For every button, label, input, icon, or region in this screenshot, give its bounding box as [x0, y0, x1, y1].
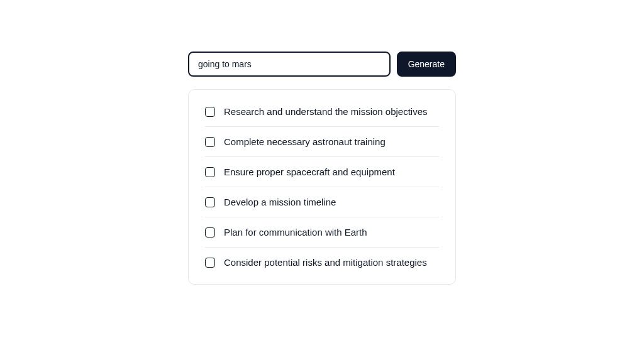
todo-item: Develop a mission timeline [205, 187, 439, 217]
todo-checkbox[interactable] [205, 258, 215, 268]
todo-item: Consider potential risks and mitigation … [205, 248, 439, 269]
todo-item: Research and understand the mission obje… [205, 105, 439, 127]
todo-checkbox[interactable] [205, 107, 215, 117]
todo-item: Plan for communication with Earth [205, 217, 439, 248]
todo-label: Research and understand the mission obje… [224, 105, 428, 118]
todo-label: Develop a mission timeline [224, 195, 336, 209]
prompt-input[interactable] [188, 52, 391, 77]
todo-label: Complete necessary astronaut training [224, 135, 386, 148]
todo-label: Ensure proper spacecraft and equipment [224, 165, 395, 178]
input-row: Generate [188, 52, 456, 77]
main-container: Generate Research and understand the mis… [188, 52, 456, 285]
todo-label: Consider potential risks and mitigation … [224, 256, 427, 269]
todo-item: Complete necessary astronaut training [205, 127, 439, 157]
generate-button[interactable]: Generate [397, 52, 456, 77]
todo-label: Plan for communication with Earth [224, 226, 367, 239]
todo-item: Ensure proper spacecraft and equipment [205, 157, 439, 187]
todo-checkbox[interactable] [205, 167, 215, 177]
todo-list: Research and understand the mission obje… [205, 105, 439, 269]
todo-checkbox[interactable] [205, 137, 215, 147]
todo-checkbox[interactable] [205, 227, 215, 238]
todo-checkbox[interactable] [205, 197, 215, 207]
todo-card: Research and understand the mission obje… [188, 89, 456, 285]
